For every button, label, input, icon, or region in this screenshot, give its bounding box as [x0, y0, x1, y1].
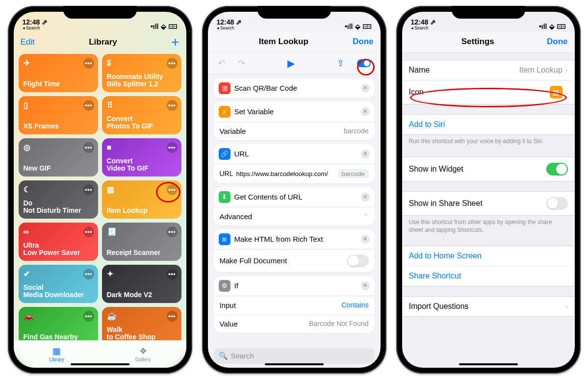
tile-more-button[interactable]: ••• — [167, 311, 178, 322]
tile-label: Social Media Downloader — [24, 284, 93, 299]
action-title: If — [234, 281, 357, 290]
delete-action-button[interactable]: ✕ — [361, 193, 370, 202]
if-condition[interactable]: Contains — [341, 301, 368, 309]
link-icon: 🔗 — [219, 148, 230, 160]
redo-button[interactable]: ↷ — [238, 58, 245, 69]
url-value[interactable]: https://www.barcodelookup.com/ — [236, 170, 335, 177]
share-sheet-switch[interactable] — [546, 197, 568, 210]
home-indicator[interactable] — [459, 363, 518, 365]
tile-more-button[interactable]: ••• — [83, 227, 94, 237]
tile-more-button[interactable]: ••• — [167, 184, 178, 195]
make-full-doc-switch[interactable] — [347, 254, 369, 267]
back-to-app[interactable]: ◂ Search — [23, 26, 48, 30]
shortcut-tile-7[interactable]: ▥•••Item Lookup — [102, 180, 181, 219]
library-tab-icon: ▦ — [52, 346, 61, 356]
delete-action-button[interactable]: ✕ — [361, 235, 370, 244]
tile-more-button[interactable]: ••• — [83, 311, 94, 322]
search-icon: 🔍 — [219, 352, 228, 360]
shortcut-tile-0[interactable]: ✈•••Flight Time — [19, 54, 98, 92]
location-arrow-icon: ⇗ — [430, 19, 436, 25]
home-indicator[interactable] — [71, 363, 129, 365]
if-input-label: Input — [220, 301, 236, 309]
action-title: URL — [234, 150, 357, 158]
shortcut-tile-10[interactable]: ✔•••Social Media Downloader — [19, 265, 98, 303]
status-time: 12:48 — [411, 19, 429, 25]
tile-label: Convert Photos To GIF — [107, 115, 177, 130]
document-icon: ≣ — [219, 233, 230, 245]
tile-label: Walk to Coffee Shop — [107, 326, 177, 340]
shortcut-tile-1[interactable]: $•••Roommate Utility Bills Splitter 1.2 — [102, 54, 181, 92]
edit-button[interactable]: Edit — [21, 37, 35, 47]
tile-icon: ▯ — [24, 100, 34, 111]
action-scan-qr[interactable]: ▥ Scan QR/Bar Code ✕ — [214, 78, 375, 98]
action-title: Get Contents of URL — [234, 193, 357, 201]
tile-more-button[interactable]: ••• — [167, 58, 178, 69]
add-to-siri-button[interactable]: Add to Siri — [402, 115, 575, 134]
delete-action-button[interactable]: ✕ — [361, 107, 370, 116]
tile-more-button[interactable]: ••• — [83, 184, 94, 195]
back-to-app[interactable]: ◂ Search — [411, 26, 436, 30]
shortcut-tile-8[interactable]: ∞•••Ultra Low Power Saver — [19, 223, 98, 261]
undo-button[interactable]: ↶ — [218, 58, 225, 69]
tile-label: Do Not Disturb Timer — [24, 200, 93, 215]
action-make-html[interactable]: ≣ Make HTML from Rich Text ✕ Make Full D… — [214, 229, 375, 272]
advanced-label[interactable]: Advanced — [220, 212, 253, 221]
shortcut-tile-5[interactable]: ■•••Convert Video To GIF — [102, 138, 181, 177]
url-label: URL — [220, 170, 233, 177]
tile-more-button[interactable]: ••• — [167, 142, 178, 153]
share-shortcut-button[interactable]: Share Shortcut — [402, 266, 575, 286]
tile-icon: 🧾 — [107, 227, 118, 237]
wifi-icon: ⬙ — [549, 23, 555, 30]
action-set-variable[interactable]: x Set Variable ✕ Variable barcode — [214, 102, 375, 140]
shortcut-tile-9[interactable]: 🧾•••Receipt Scanner — [102, 223, 181, 261]
status-time: 12:48 — [23, 19, 40, 25]
editor-toolbar: ↶ ↷ ▶ ⇪ — [208, 53, 381, 75]
action-url[interactable]: 🔗 URL ✕ URL https://www.barcodelookup.co… — [214, 144, 375, 183]
wifi-icon: ⬙ — [161, 23, 166, 30]
settings-row-icon[interactable]: Icon ▥› — [402, 80, 575, 104]
action-title: Make HTML from Rich Text — [234, 235, 357, 243]
location-arrow-icon: ⇗ — [236, 19, 242, 25]
done-button[interactable]: Done — [547, 37, 568, 47]
icon-label: Icon — [409, 88, 424, 97]
delete-action-button[interactable]: ✕ — [361, 84, 370, 93]
if-value[interactable]: Barcode Not Found — [309, 320, 368, 328]
action-if[interactable]: ⚙ If ✕ Input Contains Value Barcode Not … — [214, 276, 375, 333]
tab-gallery-label: Gallery — [135, 357, 151, 362]
tile-more-button[interactable]: ••• — [83, 100, 94, 111]
shortcut-tile-2[interactable]: ▯•••XS Frames — [19, 96, 98, 134]
widget-switch[interactable] — [546, 163, 568, 176]
tile-label: Flight Time — [24, 80, 93, 88]
shortcut-tile-3[interactable]: ⠿•••Convert Photos To GIF — [102, 96, 181, 134]
shortcut-tile-6[interactable]: ☾•••Do Not Disturb Timer — [19, 180, 98, 219]
settings-toggle-button[interactable] — [357, 59, 371, 67]
tile-more-button[interactable]: ••• — [83, 142, 94, 153]
shortcut-tile-12[interactable]: 🚗•••Find Gas Nearby — [19, 307, 98, 340]
delete-action-button[interactable]: ✕ — [361, 150, 370, 158]
tile-more-button[interactable]: ••• — [83, 269, 94, 279]
shortcut-tile-11[interactable]: ✦•••Dark Mode V2 — [102, 265, 181, 303]
run-button[interactable]: ▶ — [287, 57, 295, 69]
back-to-app[interactable]: ◂ Search — [217, 26, 242, 30]
search-actions[interactable]: 🔍 Search — [214, 348, 375, 364]
action-get-contents[interactable]: ⬇ Get Contents of URL ✕ Advanced ⌃ — [214, 187, 375, 226]
settings-row-name[interactable]: Name Item Lookup› — [402, 60, 575, 80]
tile-more-button[interactable]: ••• — [167, 227, 178, 237]
import-questions-row[interactable]: Import Questions › — [402, 297, 575, 316]
delete-action-button[interactable]: ✕ — [361, 281, 370, 290]
shortcut-tile-4[interactable]: ◎•••New GIF — [19, 138, 98, 177]
notch — [452, 6, 525, 19]
tile-more-button[interactable]: ••• — [167, 269, 178, 279]
add-shortcut-button[interactable]: + — [171, 34, 179, 50]
tile-more-button[interactable]: ••• — [83, 58, 94, 69]
shortcut-tile-13[interactable]: ☕•••Walk to Coffee Shop — [102, 307, 181, 340]
done-button[interactable]: Done — [353, 37, 374, 47]
add-to-home-screen-button[interactable]: Add to Home Screen — [402, 246, 575, 266]
tile-more-button[interactable]: ••• — [167, 100, 178, 111]
library-nav: Edit Library + — [14, 31, 186, 53]
home-indicator[interactable] — [265, 363, 324, 365]
share-button[interactable]: ⇪ — [337, 58, 344, 69]
param-value[interactable]: barcode — [344, 127, 369, 135]
tile-label: Dark Mode V2 — [107, 291, 177, 299]
url-variable-pill[interactable]: barcode — [338, 169, 369, 178]
